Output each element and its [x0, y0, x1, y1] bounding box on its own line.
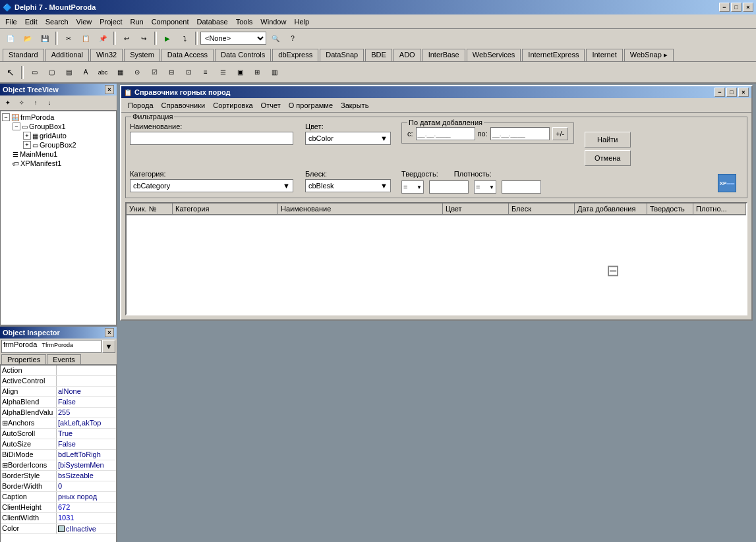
- tab-internet[interactable]: Internet: [586, 49, 622, 61]
- filter-color-combo[interactable]: cbColor ▼: [305, 132, 391, 145]
- child-close-button[interactable]: ×: [738, 88, 749, 97]
- view-toggle[interactable]: 🔍: [268, 31, 283, 45]
- tree-view-close[interactable]: ×: [105, 85, 114, 94]
- density-op-combo[interactable]: = ▼: [474, 180, 496, 194]
- new-button[interactable]: 📄: [3, 31, 18, 45]
- expand-icon[interactable]: +: [23, 132, 31, 140]
- menu-tools[interactable]: Tools: [232, 16, 257, 27]
- prop-row-anchors[interactable]: ⊞Anchors [akLeft,akTop: [1, 418, 116, 429]
- prop-val[interactable]: True: [57, 429, 116, 439]
- tab-datasnap[interactable]: DataSnap: [320, 49, 364, 61]
- comp-11[interactable]: ≡: [198, 65, 214, 80]
- prop-val[interactable]: рных пород: [57, 492, 116, 502]
- prop-val[interactable]: [biSystemMen: [57, 460, 116, 470]
- menu-search[interactable]: Search: [42, 16, 73, 27]
- child-menu-zakryt[interactable]: Закрыть: [337, 100, 372, 111]
- combo-dropdown-btn[interactable]: ▼: [102, 340, 115, 353]
- prop-row-alphablenval[interactable]: AlphaBlendValu 255: [1, 408, 116, 418]
- density-value-input[interactable]: [502, 180, 541, 194]
- pointer-tool[interactable]: ↖: [3, 65, 18, 80]
- minimize-button[interactable]: −: [719, 3, 730, 12]
- comp-1[interactable]: ▭: [26, 65, 42, 80]
- comp-10[interactable]: ⊡: [181, 65, 196, 80]
- prop-row-borderstyle[interactable]: BorderStyle bsSizeable: [1, 471, 116, 481]
- date-from-input[interactable]: __.__.____: [416, 127, 475, 140]
- menu-help[interactable]: Help: [290, 16, 313, 27]
- close-button[interactable]: ×: [743, 3, 753, 12]
- tree-view-content[interactable]: − 🪟 frmPoroda − ▭ GroupBox1 + ▦ gridAuto: [0, 111, 117, 325]
- expand-icon[interactable]: −: [13, 122, 20, 130]
- cancel-button[interactable]: Отмена: [585, 150, 631, 166]
- tab-data-controls[interactable]: Data Controls: [215, 49, 271, 61]
- comp-12[interactable]: ☰: [215, 65, 231, 80]
- tab-win32[interactable]: Win32: [90, 49, 123, 61]
- find-button[interactable]: Найти: [585, 132, 631, 148]
- tab-bde[interactable]: BDE: [365, 49, 392, 61]
- comp-6[interactable]: ▦: [112, 65, 128, 80]
- prop-val[interactable]: 672: [57, 502, 116, 512]
- child-menu-sortirovka[interactable]: Сортировка: [209, 100, 256, 111]
- list-item[interactable]: − ▭ GroupBox1: [2, 122, 115, 131]
- run-button[interactable]: ▶: [160, 31, 175, 45]
- tab-internetexpress[interactable]: InternetExpress: [522, 49, 585, 61]
- list-item[interactable]: + ▭ GroupBox2: [2, 140, 115, 149]
- save-button[interactable]: 💾: [37, 31, 53, 45]
- date-pm-button[interactable]: +/-: [552, 127, 568, 140]
- undo-button[interactable]: ↩: [119, 31, 134, 45]
- step-button[interactable]: ⤵: [177, 31, 192, 45]
- prop-val[interactable]: 1031: [57, 513, 116, 523]
- menu-view[interactable]: View: [73, 16, 96, 27]
- prop-val[interactable]: clInactive: [57, 524, 116, 533]
- comp-3[interactable]: ▤: [61, 65, 76, 80]
- tab-data-access[interactable]: Data Access: [161, 49, 214, 61]
- prop-row-autosize[interactable]: AutoSize False: [1, 439, 116, 450]
- comp-13[interactable]: ▣: [232, 65, 248, 80]
- maximize-button[interactable]: □: [731, 3, 741, 12]
- menu-file[interactable]: File: [1, 16, 21, 27]
- comp-8[interactable]: ☑: [146, 65, 162, 80]
- prop-row-caption[interactable]: Caption рных пород: [1, 492, 116, 502]
- redo-button[interactable]: ↪: [136, 31, 152, 45]
- prop-val[interactable]: [57, 366, 116, 375]
- component-selector[interactable]: frmPoroda TfrmPoroda: [1, 340, 102, 353]
- prop-val[interactable]: False: [57, 397, 116, 407]
- date-to-input[interactable]: __.__.____: [490, 127, 550, 140]
- list-item[interactable]: 🏷 XPManifest1: [2, 159, 115, 168]
- prop-row-borderwidth[interactable]: BorderWidth 0: [1, 481, 116, 492]
- child-minimize-button[interactable]: −: [714, 88, 725, 97]
- menu-edit[interactable]: Edit: [21, 16, 42, 27]
- hardness-value-input[interactable]: [429, 180, 469, 194]
- tab-additional[interactable]: Additional: [45, 49, 89, 61]
- prop-val[interactable]: False: [57, 439, 116, 449]
- list-item[interactable]: − 🪟 frmPoroda: [2, 113, 115, 122]
- menu-project[interactable]: Project: [96, 16, 126, 27]
- comp-5[interactable]: abc: [95, 65, 111, 80]
- prop-row-activecontrol[interactable]: ActiveControl: [1, 376, 116, 387]
- child-menu-poroda[interactable]: Порода: [124, 100, 158, 111]
- open-button[interactable]: 📂: [20, 31, 36, 45]
- menu-database[interactable]: Database: [193, 16, 232, 27]
- comp-7[interactable]: ⊙: [129, 65, 145, 80]
- prop-row-action[interactable]: Action: [1, 366, 116, 376]
- comp-15[interactable]: ▥: [266, 65, 282, 80]
- prop-row-bidimode[interactable]: BiDiMode bdLeftToRigh: [1, 450, 116, 460]
- comp-2[interactable]: ▢: [44, 65, 59, 80]
- prop-val[interactable]: 0: [57, 481, 116, 491]
- object-inspector-close[interactable]: ×: [105, 328, 114, 337]
- prop-val[interactable]: bdLeftToRigh: [57, 450, 116, 460]
- child-menu-otchet[interactable]: Отчет: [257, 100, 285, 111]
- prop-row-color[interactable]: Color clInactive: [1, 524, 116, 534]
- tab-system[interactable]: System: [124, 49, 160, 61]
- expand-icon[interactable]: +: [23, 141, 31, 149]
- tab-dbexpress[interactable]: dbExpress: [272, 49, 318, 61]
- list-item[interactable]: + ▦ gridAuto: [2, 131, 115, 140]
- comp-9[interactable]: ⊟: [163, 65, 179, 80]
- child-menu-spravochniki[interactable]: Справочники: [158, 100, 210, 111]
- child-maximize-button[interactable]: □: [726, 88, 737, 97]
- help-button[interactable]: ?: [285, 31, 301, 45]
- child-menu-oprogramme[interactable]: О программе: [285, 100, 337, 111]
- menu-window[interactable]: Window: [256, 16, 290, 27]
- tree-btn-down[interactable]: ↓: [43, 97, 56, 109]
- paste-button[interactable]: 📌: [95, 31, 111, 45]
- tree-btn-2[interactable]: ✧: [15, 97, 28, 109]
